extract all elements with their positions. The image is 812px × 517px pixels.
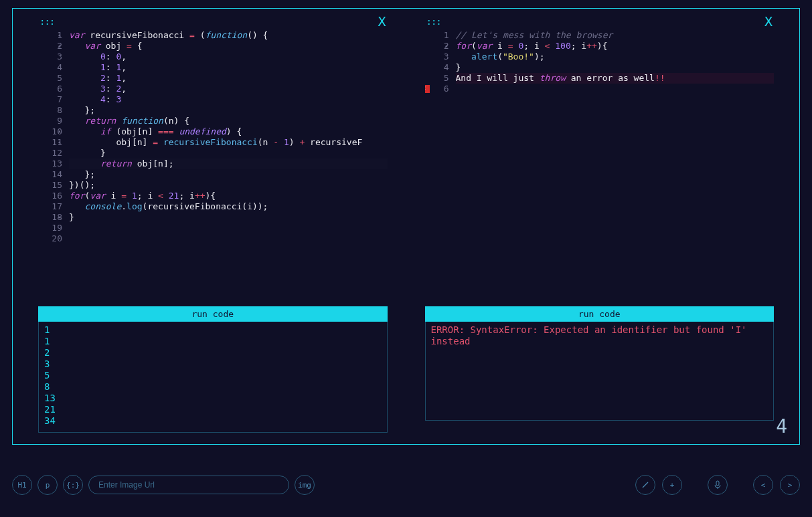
edit-icon[interactable] xyxy=(635,475,655,495)
p-button[interactable]: p xyxy=(37,475,58,495)
close-icon[interactable]: X xyxy=(378,13,386,29)
h1-button[interactable]: H1 xyxy=(12,475,32,495)
left-output: run code 112358132134 xyxy=(38,306,388,433)
slide-frame: ::: X 1234567891011121314151617181920 va… xyxy=(12,8,800,445)
left-pane-header: ::: X xyxy=(38,15,388,30)
right-gutter: 123456 xyxy=(425,30,456,94)
right-output-body: ERROR: SyntaxError: Expected an identifi… xyxy=(425,322,775,421)
right-code[interactable]: // Let's mess with the browserfor(var i … xyxy=(456,30,775,94)
left-output-body: 112358132134 xyxy=(38,322,388,433)
drag-handle-icon[interactable]: ::: xyxy=(39,16,54,27)
right-pane-header: ::: X xyxy=(425,15,775,30)
code-block-button[interactable]: {:} xyxy=(63,475,83,495)
run-code-button[interactable]: run code xyxy=(38,306,388,322)
image-url-input[interactable] xyxy=(88,476,289,494)
bottom-toolbar: H1 p {:} img + < > xyxy=(12,473,800,497)
prev-slide-button[interactable]: < xyxy=(753,475,773,495)
mic-icon[interactable] xyxy=(708,475,728,495)
left-code-editor[interactable]: 1234567891011121314151617181920 var recu… xyxy=(38,30,388,244)
close-icon[interactable]: X xyxy=(764,13,773,29)
right-output: run code ERROR: SyntaxError: Expected an… xyxy=(425,306,775,433)
drag-handle-icon[interactable]: ::: xyxy=(426,16,441,27)
error-message: ERROR: SyntaxError: Expected an identifi… xyxy=(431,324,768,347)
img-button[interactable]: img xyxy=(295,475,315,495)
right-code-editor[interactable]: 123456 // Let's mess with the browserfor… xyxy=(425,30,775,94)
add-button[interactable]: + xyxy=(662,475,682,495)
run-code-button[interactable]: run code xyxy=(425,306,775,322)
svg-rect-0 xyxy=(716,481,719,486)
output-row: run code 112358132134 run code ERROR: Sy… xyxy=(38,306,774,433)
left-code[interactable]: var recursiveFibonacci = (function() { v… xyxy=(69,30,388,244)
left-gutter: 1234567891011121314151617181920 xyxy=(38,30,69,244)
next-slide-button[interactable]: > xyxy=(780,475,800,495)
slide-number: 4 xyxy=(776,415,787,437)
